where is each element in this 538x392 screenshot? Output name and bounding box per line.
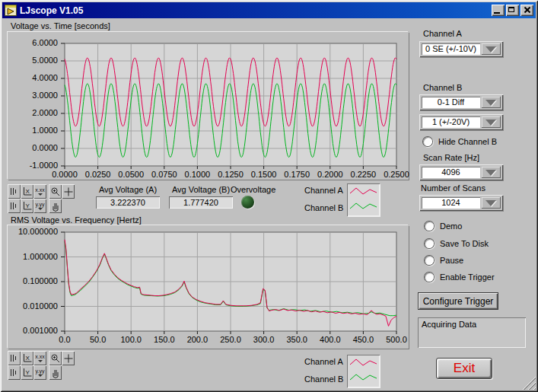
legend-channel-a-label: Channel A <box>304 186 343 195</box>
plot-legend-bottom[interactable] <box>347 355 380 387</box>
legend-line-channel-a <box>350 359 377 365</box>
scan-rate-label: Scan Rate [Hz] <box>423 153 479 162</box>
scan-rate-select[interactable]: 4096 <box>419 164 503 180</box>
maximize-icon <box>508 7 514 12</box>
format-x-button[interactable]: x.xx <box>33 184 46 199</box>
autoscale-x-button[interactable]: X <box>21 184 33 199</box>
svg-text:Y: Y <box>26 369 30 376</box>
rms-frequency-chart[interactable]: 0.050.0100.0150.0200.0250.0300.0350.0400… <box>8 225 409 349</box>
enable-trigger-radio[interactable]: Enable Trigger <box>425 272 495 282</box>
lock-x-scale-button[interactable] <box>8 351 21 365</box>
voltage-time-chart-title: Voltage vs. Time [seconds] <box>11 21 110 30</box>
radio-circle[interactable] <box>423 137 432 146</box>
palette-spacer <box>62 199 75 213</box>
palette-spacer <box>62 365 75 380</box>
chevron-down-icon <box>485 46 496 53</box>
magnifier-icon <box>50 186 61 197</box>
overvoltage-label: Overvoltage <box>231 185 275 194</box>
tool-buttons <box>49 184 75 213</box>
legend-line-channel-b <box>350 374 377 380</box>
magnifier-icon <box>50 353 61 364</box>
maximize-button[interactable] <box>506 5 519 16</box>
channel-b-input-select[interactable]: 0-1 Diff <box>419 94 503 110</box>
legend-line-channel-b <box>350 203 377 209</box>
channel-b-input-value: 0-1 Diff <box>422 97 480 108</box>
radio-circle[interactable] <box>425 256 434 265</box>
scan-rate-dropdown-button[interactable] <box>482 167 501 178</box>
window-title: LJscope V1.05 <box>20 5 492 16</box>
crosshair-tool-button[interactable] <box>62 184 75 199</box>
scale-buttons: X x.xx Y y.yy <box>8 351 46 380</box>
legend-channel-a-label: Channel A <box>304 357 343 366</box>
radio-circle[interactable] <box>425 239 434 248</box>
chevron-down-icon <box>485 170 496 176</box>
number-of-scans-value: 1024 <box>422 197 480 209</box>
demo-label: Demo <box>440 221 462 231</box>
radio-circle[interactable] <box>425 272 434 282</box>
graph-palette-top: X x.xx Y y.yy <box>8 184 75 213</box>
pan-tool-button[interactable] <box>49 199 62 213</box>
zoom-tool-button[interactable] <box>49 351 62 365</box>
legend-channel-b-label: Channel B <box>304 203 343 212</box>
minimize-button[interactable] <box>492 5 505 16</box>
save-to-disk-radio[interactable]: Save To Disk <box>425 239 489 248</box>
zoom-tool-button[interactable] <box>49 184 62 199</box>
graph-palette-bottom: X x.xx Y y.yy <box>8 351 75 380</box>
lock-y-scale-button[interactable] <box>8 199 21 213</box>
autoscale-y-button[interactable]: Y <box>21 199 33 213</box>
configure-trigger-button[interactable]: Configure Trigger <box>418 292 498 310</box>
autoscale-x-button[interactable]: X <box>21 351 33 365</box>
channel-a-select[interactable]: 0 SE (+/-10V) <box>419 41 503 57</box>
minimize-icon <box>494 12 500 14</box>
format-x-button[interactable]: x.xx <box>33 351 46 365</box>
svg-text:X: X <box>26 355 30 362</box>
labview-icon <box>5 5 17 16</box>
hide-channel-b-label: Hide Channel B <box>438 137 497 146</box>
pause-radio[interactable]: Pause <box>425 256 463 265</box>
channel-a-dropdown-button[interactable] <box>482 43 501 55</box>
channel-b-range-select[interactable]: 1 (+/-20V) <box>419 114 503 130</box>
legend-line-channel-a <box>350 188 377 194</box>
overvoltage-led <box>241 196 254 209</box>
exit-button[interactable]: Exit <box>436 358 492 379</box>
lock-x-scale-button[interactable] <box>8 184 21 199</box>
number-of-scans-dropdown-button[interactable] <box>482 197 501 209</box>
scan-rate-value: 4096 <box>422 167 480 178</box>
lock-y-scale-button[interactable] <box>8 365 21 380</box>
resize-grip[interactable] <box>522 376 536 390</box>
close-button[interactable] <box>520 5 533 16</box>
avg-voltage-a-label: Avg Voltage (A) <box>91 185 164 194</box>
titlebar[interactable]: LJscope V1.05 <box>2 2 536 18</box>
hide-channel-b-radio[interactable]: Hide Channel B <box>423 137 497 146</box>
demo-radio[interactable]: Demo <box>425 221 462 231</box>
format-y-button[interactable]: y.yy <box>33 199 46 213</box>
channel-b-range-dropdown-button[interactable] <box>482 116 501 128</box>
autoscale-y-button[interactable]: Y <box>21 365 33 380</box>
chevron-down-icon <box>38 208 43 210</box>
crosshair-icon <box>63 186 74 197</box>
number-of-scans-select[interactable]: 1024 <box>419 195 503 211</box>
avg-voltage-a-value: 3.222370 <box>96 196 160 209</box>
channel-b-input-dropdown-button[interactable] <box>482 97 501 108</box>
radio-circle[interactable] <box>425 221 434 231</box>
pan-tool-button[interactable] <box>49 365 62 380</box>
channel-a-selected-value: 0 SE (+/-10V) <box>422 43 480 55</box>
number-of-scans-label: Number of Scans <box>421 183 485 193</box>
channel-b-range-value: 1 (+/-20V) <box>422 116 480 128</box>
avg-voltage-b-label: Avg Voltage (B) <box>164 185 237 194</box>
crosshair-icon <box>63 353 74 364</box>
enable-trigger-label: Enable Trigger <box>440 272 495 282</box>
status-text: Acquiring Data <box>422 320 476 329</box>
hand-icon <box>50 368 61 378</box>
chevron-down-icon <box>485 120 496 126</box>
voltage-time-plot-canvas <box>8 32 409 180</box>
legend-channel-b-label: Channel B <box>304 374 343 384</box>
close-icon <box>524 6 530 14</box>
voltage-time-chart[interactable]: 0.00000.02500.05000.07500.10000.12500.15… <box>8 32 409 180</box>
window-controls <box>492 5 533 16</box>
plot-legend-top[interactable] <box>347 183 380 216</box>
format-y-button[interactable]: y.yy <box>33 365 46 380</box>
crosshair-tool-button[interactable] <box>62 351 75 365</box>
avg-voltage-b-value: 1.777420 <box>169 196 233 209</box>
app-window: LJscope V1.05 Voltage vs. Time [seconds]… <box>0 0 538 392</box>
